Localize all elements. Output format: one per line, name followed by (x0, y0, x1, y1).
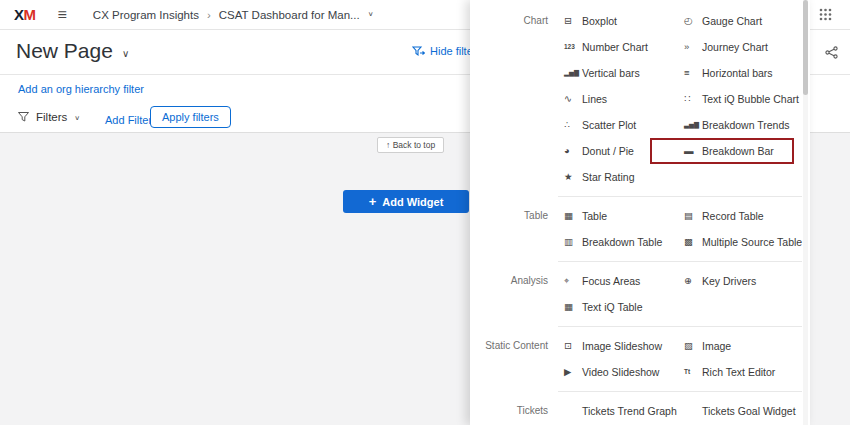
widget-item-label: Donut / Pie (582, 145, 634, 157)
share-icon[interactable] (825, 46, 838, 59)
widget-item-label: Breakdown Trends (702, 119, 790, 131)
widget-item-label: Vertical bars (582, 67, 640, 79)
widget-item-label: Video Slideshow (582, 366, 659, 378)
add-filter-link[interactable]: Add Filter (105, 114, 152, 126)
widget-item-breakdown-trends[interactable]: ▃▅▇Breakdown Trends (684, 112, 804, 138)
widget-item-tickets-goal-widget[interactable]: Tickets Goal Widget (684, 398, 804, 424)
widget-item-rich-text-editor[interactable]: TtRich Text Editor (684, 359, 804, 385)
section-label-static-content: Static Content (470, 333, 548, 385)
widget-item-label: Tickets Goal Widget (702, 405, 796, 417)
boxplot-icon: ⊟ (564, 16, 582, 26)
widget-item-label: Multiple Source Table (702, 236, 802, 248)
star-rating-icon: ★ (564, 172, 582, 182)
text-iq-bubble-chart-icon: ∷ (684, 94, 702, 104)
breadcrumb-item-dashboard[interactable]: CSAT Dashboard for Man... (219, 9, 360, 21)
key-drivers-icon: ⊕ (684, 276, 702, 286)
filters-chevron-down-icon: ∨ (74, 113, 80, 120)
widget-item-label: Rich Text Editor (702, 366, 775, 378)
widget-menu-sections: Chart⊟Boxplot123Number Chart▂▅▇Vertical … (470, 2, 810, 425)
widget-item-focus-areas[interactable]: ⌖Focus Areas (564, 268, 684, 294)
funnel-icon (18, 112, 29, 122)
breakdown-table-icon: ▥ (564, 237, 582, 247)
widget-item-vertical-bars[interactable]: ▂▅▇Vertical bars (564, 60, 684, 86)
donut-pie-icon: ◕ (564, 146, 582, 156)
breakdown-bar-icon: ▬ (684, 146, 702, 156)
breadcrumb-item-program[interactable]: CX Program Insights (93, 9, 199, 21)
app-grid-icon[interactable] (819, 8, 832, 21)
widget-item-gauge-chart[interactable]: ◴Gauge Chart (684, 8, 804, 34)
widget-section-static-content: Static Content⊡Image Slideshow▶Video Sli… (470, 327, 810, 391)
scrollbar-thumb[interactable] (803, 0, 808, 95)
hamburger-menu-icon[interactable]: ≡ (58, 7, 67, 23)
breakdown-trends-icon: ▃▅▇ (684, 122, 702, 129)
hide-filters-icon (412, 46, 425, 57)
widget-item-label: Horizontal bars (702, 67, 773, 79)
widget-item-label: Boxplot (582, 15, 617, 27)
gauge-chart-icon: ◴ (684, 16, 702, 26)
chevron-down-icon[interactable]: ∨ (368, 11, 374, 18)
widget-item-record-table[interactable]: ▤Record Table (684, 203, 804, 229)
breadcrumb: CX Program Insights › CSAT Dashboard for… (93, 9, 374, 21)
widget-item-label: Tickets Trend Graph (582, 405, 677, 417)
widget-section-table: Table▦Table▥Breakdown Table▤Record Table… (470, 197, 810, 261)
text-iq-table-icon: ▦ (564, 302, 582, 312)
widget-item-tickets-trend-graph[interactable]: Tickets Trend Graph (564, 398, 684, 424)
page-title-row[interactable]: New Page ∨ (16, 39, 129, 63)
add-org-hierarchy-filter-link[interactable]: Add an org hierarchy filter (18, 83, 144, 95)
rich-text-editor-icon: Tt (684, 369, 702, 376)
back-to-top-label: Back to top (393, 140, 436, 150)
widget-item-label: Key Drivers (702, 275, 756, 287)
widget-menu-panel: Chart⊟Boxplot123Number Chart▂▅▇Vertical … (470, 0, 810, 425)
multiple-source-table-icon: ▩ (684, 237, 702, 247)
number-chart-icon: 123 (564, 44, 582, 51)
record-table-icon: ▤ (684, 211, 702, 221)
image-slideshow-icon: ⊡ (564, 341, 582, 351)
widget-item-label: Scatter Plot (582, 119, 636, 131)
widget-item-key-drivers[interactable]: ⊕Key Drivers (684, 268, 804, 294)
widget-item-video-slideshow[interactable]: ▶Video Slideshow (564, 359, 684, 385)
widget-item-table[interactable]: ▦Table (564, 203, 684, 229)
widget-item-text-iq-bubble-chart[interactable]: ∷Text iQ Bubble Chart (684, 86, 804, 112)
widget-item-scatter-plot[interactable]: ∴Scatter Plot (564, 112, 684, 138)
widget-item-boxplot[interactable]: ⊟Boxplot (564, 8, 684, 34)
widget-item-text-iq-table[interactable]: ▦Text iQ Table (564, 294, 684, 320)
widget-item-label: Star Rating (582, 171, 635, 183)
widget-item-image-slideshow[interactable]: ⊡Image Slideshow (564, 333, 684, 359)
widget-item-star-rating[interactable]: ★Star Rating (564, 164, 684, 190)
xm-logo-x: X (14, 6, 24, 23)
add-widget-label: Add Widget (382, 196, 443, 208)
back-to-top-button[interactable]: ↑ Back to top (377, 137, 444, 153)
page-title: New Page (16, 39, 113, 63)
xm-logo[interactable]: XM (14, 6, 36, 23)
widget-item-label: Table (582, 210, 607, 222)
image-icon: ▨ (684, 341, 702, 351)
section-label-table: Table (470, 203, 548, 255)
focus-areas-icon: ⌖ (564, 276, 582, 286)
widget-item-journey-chart[interactable]: »Journey Chart (684, 34, 804, 60)
apply-filters-button[interactable]: Apply filters (150, 106, 231, 128)
breadcrumb-separator: › (207, 9, 211, 21)
widget-item-label: Breakdown Table (582, 236, 662, 248)
widget-item-lines[interactable]: ∿Lines (564, 86, 684, 112)
scatter-plot-icon: ∴ (564, 120, 582, 130)
lines-icon: ∿ (564, 94, 582, 104)
up-arrow-icon: ↑ (386, 140, 390, 150)
vertical-bars-icon: ▂▅▇ (564, 70, 582, 77)
plus-icon: + (369, 195, 377, 208)
section-label-tickets: Tickets (470, 398, 548, 425)
widget-section-chart: Chart⊟Boxplot123Number Chart▂▅▇Vertical … (470, 2, 810, 196)
widget-item-multiple-source-table[interactable]: ▩Multiple Source Table (684, 229, 804, 255)
video-slideshow-icon: ▶ (564, 367, 582, 377)
widget-item-breakdown-bar[interactable]: ▬Breakdown Bar (684, 138, 804, 164)
add-widget-button[interactable]: + Add Widget (343, 190, 469, 213)
widget-item-label: Image (702, 340, 731, 352)
widget-item-number-chart[interactable]: 123Number Chart (564, 34, 684, 60)
title-chevron-down-icon[interactable]: ∨ (122, 48, 129, 59)
section-label-analysis: Analysis (470, 268, 548, 320)
widget-item-breakdown-table[interactable]: ▥Breakdown Table (564, 229, 684, 255)
widget-item-image[interactable]: ▨Image (684, 333, 804, 359)
filters-dropdown[interactable]: Filters ∨ (18, 111, 80, 123)
widget-item-horizontal-bars[interactable]: ≡Horizontal bars (684, 60, 804, 86)
journey-chart-icon: » (684, 42, 702, 52)
widget-item-donut-pie[interactable]: ◕Donut / Pie (564, 138, 684, 164)
